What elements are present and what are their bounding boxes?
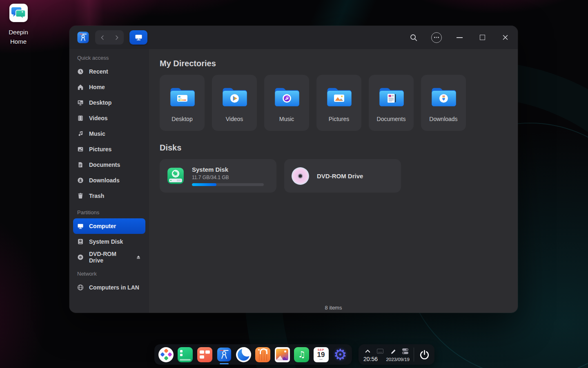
- chevron-right-icon: [114, 35, 120, 40]
- ellipsis-icon: [431, 32, 442, 43]
- dock-tray: 20:56 2023/09/19: [359, 344, 434, 365]
- navigation-buttons: [95, 30, 124, 45]
- music-folder-icon: [273, 86, 301, 110]
- system-toggles-icon[interactable]: [402, 348, 409, 355]
- sidebar-item-recent[interactable]: Recent: [73, 64, 145, 79]
- image-icon: [77, 146, 84, 153]
- eject-button[interactable]: [136, 254, 141, 260]
- file-manager-window: Quick access Recent Home Desktop Videos: [69, 26, 518, 313]
- sidebar-item-music[interactable]: Music: [73, 126, 145, 141]
- maximize-button[interactable]: [477, 32, 488, 43]
- videos-folder-icon: [221, 86, 248, 110]
- launcher-icon[interactable]: [158, 344, 174, 365]
- screen-annotate-pen-icon[interactable]: [389, 348, 396, 355]
- folder-card-documents[interactable]: Documents: [369, 75, 414, 131]
- file-manager-content: My Directories Desktop: [149, 49, 518, 313]
- disk-capacity: 11.7 GB/34.1 GB: [192, 175, 264, 180]
- desktop: Deepin Home: [0, 0, 588, 368]
- disk-usage-bar: [192, 183, 264, 186]
- browser-icon[interactable]: [235, 344, 252, 365]
- download-icon: [77, 177, 84, 184]
- window-layout-icon[interactable]: [196, 344, 213, 365]
- deepin-home-icon: [9, 3, 28, 24]
- sidebar-item-computer[interactable]: Computer: [73, 218, 145, 234]
- my-directories-title: My Directories: [160, 59, 507, 68]
- status-bar-item-count: 8 items: [149, 305, 518, 311]
- document-icon: [77, 162, 84, 168]
- sidebar-item-dvd-rom[interactable]: DVD-ROM Drive: [73, 249, 145, 265]
- disks-title: Disks: [160, 143, 507, 153]
- computer-view-tab[interactable]: [129, 30, 147, 45]
- minimize-icon: [457, 37, 463, 38]
- power-icon: [419, 349, 430, 360]
- computer-icon: [77, 223, 84, 229]
- trash-icon: [77, 193, 84, 199]
- sidebar-section-partitions: Partitions: [73, 206, 145, 218]
- monitor-icon: [135, 34, 143, 41]
- forward-button[interactable]: [109, 30, 124, 45]
- disk-usage-fill: [192, 183, 216, 186]
- hard-drive-icon: [77, 238, 84, 245]
- documents-folder-icon: [378, 86, 405, 110]
- close-button[interactable]: [500, 32, 510, 43]
- music-note-icon: [77, 130, 84, 137]
- sidebar-item-pictures[interactable]: Pictures: [73, 141, 145, 157]
- sidebar-item-desktop[interactable]: Desktop: [73, 95, 145, 110]
- sidebar-item-documents[interactable]: Documents: [73, 157, 145, 173]
- folder-card-music[interactable]: Music: [264, 75, 309, 131]
- disk-name: DVD-ROM Drive: [317, 173, 363, 180]
- dvd-disc-icon: [291, 166, 310, 186]
- clock-time[interactable]: 20:56: [363, 356, 378, 362]
- file-manager-dock-icon[interactable]: [216, 344, 232, 365]
- music-app-icon[interactable]: [293, 344, 310, 365]
- sidebar-item-system-disk[interactable]: System Disk: [73, 234, 145, 249]
- disk-card-dvd-rom[interactable]: DVD-ROM Drive: [284, 159, 401, 193]
- active-app-indicator: [220, 363, 229, 364]
- disk-name: System Disk: [192, 166, 264, 173]
- sidebar-item-trash[interactable]: Trash: [73, 188, 145, 204]
- app-store-icon[interactable]: [254, 344, 271, 365]
- tray-area: 20:56 2023/09/19: [359, 346, 414, 364]
- pictures-folder-icon: [325, 86, 353, 110]
- search-icon: [410, 34, 418, 42]
- calendar-day: 19: [317, 351, 325, 359]
- tray-expand-button[interactable]: [364, 348, 371, 355]
- downloads-folder-icon: [430, 86, 457, 110]
- folder-card-downloads[interactable]: Downloads: [421, 75, 466, 131]
- maximize-icon: [480, 35, 485, 40]
- sidebar-section-network: Network: [73, 267, 145, 280]
- home-icon: [77, 84, 84, 90]
- folder-card-videos[interactable]: Videos: [212, 75, 257, 131]
- calendar-dash: [319, 359, 323, 360]
- directories-grid: Desktop Videos: [160, 75, 507, 131]
- chevron-left-icon: [100, 35, 105, 40]
- sidebar-section-quick-access: Quick access: [73, 52, 145, 64]
- file-manager-app-icon: [77, 31, 89, 44]
- titlebar[interactable]: [69, 26, 518, 49]
- sidebar-item-computers-in-lan[interactable]: Computers in LAN: [73, 280, 145, 295]
- disks-grid: System Disk 11.7 GB/34.1 GB: [160, 159, 507, 193]
- calendar-icon[interactable]: SEP 19: [313, 344, 330, 365]
- sidebar-item-downloads[interactable]: Downloads: [73, 173, 145, 188]
- control-center-icon[interactable]: [332, 344, 349, 365]
- onscreen-keyboard-icon[interactable]: [377, 348, 384, 355]
- sidebar: Quick access Recent Home Desktop Videos: [69, 49, 149, 313]
- sidebar-item-videos[interactable]: Videos: [73, 110, 145, 126]
- desktop-icon-deepin-home[interactable]: Deepin Home: [1, 3, 36, 46]
- power-button[interactable]: [414, 344, 434, 365]
- folder-card-desktop[interactable]: Desktop: [160, 75, 205, 131]
- desktop-icon-label: Deepin Home: [1, 28, 36, 46]
- clock-date[interactable]: 2023/09/19: [386, 357, 410, 362]
- sidebar-item-home[interactable]: Home: [73, 79, 145, 95]
- back-button[interactable]: [95, 30, 109, 45]
- multitasking-view-icon[interactable]: [177, 344, 194, 365]
- close-icon: [502, 34, 508, 40]
- folder-card-pictures[interactable]: Pictures: [316, 75, 361, 131]
- clock-icon: [77, 68, 84, 75]
- image-viewer-icon[interactable]: [274, 344, 291, 365]
- film-icon: [77, 115, 84, 121]
- search-button[interactable]: [408, 32, 419, 43]
- minimize-button[interactable]: [454, 32, 465, 43]
- options-menu-button[interactable]: [431, 32, 442, 43]
- disk-card-system-disk[interactable]: System Disk 11.7 GB/34.1 GB: [160, 159, 276, 193]
